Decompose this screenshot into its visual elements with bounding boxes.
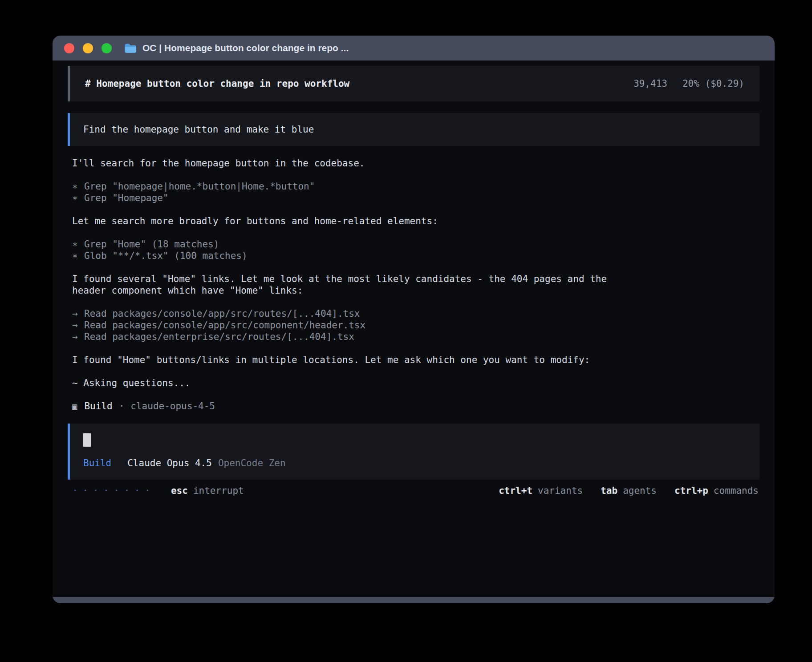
- arrow-right-icon: →: [72, 308, 84, 319]
- agent-name: Build: [84, 400, 112, 412]
- assistant-text: I found "Home" buttons/links in multiple…: [72, 354, 624, 366]
- tool-call-group: ∗ Grep "homepage|home.*button|Home.*butt…: [72, 181, 759, 204]
- interrupt-label: interrupt: [193, 485, 244, 496]
- tool-call-label: Read packages/console/app/src/routes/[..…: [84, 308, 360, 319]
- session-header: # Homepage button color change in repo w…: [68, 66, 759, 101]
- tool-call-group: → Read packages/console/app/src/routes/[…: [72, 308, 759, 343]
- agent-mode-label[interactable]: Build: [83, 457, 111, 469]
- tool-call-read[interactable]: → Read packages/enterprise/src/routes/[.…: [72, 331, 759, 343]
- session-stats: 39,413 20% ($0.29): [633, 78, 744, 89]
- zoom-button[interactable]: [102, 43, 112, 53]
- agent-attribution: ▣ Build · claude-opus-4-5: [72, 400, 759, 412]
- tool-call-group: ∗ Grep "Home" (18 matches) ∗ Glob "**/*.…: [72, 238, 759, 262]
- tool-call-glob[interactable]: ∗ Glob "**/*.tsx" (100 matches): [72, 250, 759, 262]
- minimize-button[interactable]: [83, 43, 93, 53]
- provider-label: OpenCode Zen: [218, 457, 286, 469]
- ctrl-t-key: ctrl+t: [499, 485, 532, 496]
- titlebar[interactable]: OC | Homepage button color change in rep…: [53, 36, 775, 61]
- terminal-window: OC | Homepage button color change in rep…: [53, 36, 775, 603]
- tool-run-icon: ∗: [72, 238, 84, 250]
- separator-dot: ·: [119, 400, 125, 412]
- tool-call-label: Glob "**/*.tsx" (100 matches): [84, 250, 248, 262]
- user-message-text: Find the homepage button and make it blu…: [83, 124, 314, 135]
- commands-label: commands: [714, 485, 759, 496]
- agents-label: agents: [623, 485, 657, 496]
- conversation-body: I'll search for the homepage button in t…: [68, 157, 759, 412]
- variants-label: variants: [538, 485, 583, 496]
- session-title: # Homepage button color change in repo w…: [85, 78, 349, 89]
- folder-icon: [124, 43, 136, 53]
- assistant-text: I'll search for the homepage button in t…: [72, 157, 624, 169]
- prompt-input[interactable]: Build Claude Opus 4.5 OpenCode Zen: [68, 424, 759, 480]
- user-message: Find the homepage button and make it blu…: [68, 113, 759, 146]
- tool-call-label: Grep "Home" (18 matches): [84, 238, 219, 250]
- traffic-lights: [64, 43, 112, 53]
- arrow-right-icon: →: [72, 331, 84, 343]
- tool-run-icon: ∗: [72, 250, 84, 262]
- agent-model: claude-opus-4-5: [130, 400, 215, 412]
- progress-dots: ········: [72, 485, 155, 496]
- input-meta: Build Claude Opus 4.5 OpenCode Zen: [83, 457, 746, 469]
- tool-run-icon: ∗: [72, 181, 84, 192]
- status-bar: ········ esc interrupt ctrl+t variants t…: [68, 485, 759, 496]
- tool-call-read[interactable]: → Read packages/console/app/src/routes/[…: [72, 308, 759, 319]
- tool-call-grep[interactable]: ∗ Grep "homepage|home.*button|Home.*butt…: [72, 181, 759, 192]
- close-button[interactable]: [64, 43, 74, 53]
- interrupt-shortcut[interactable]: esc interrupt: [171, 485, 244, 496]
- tool-call-label: Grep "homepage|home.*button|Home.*button…: [84, 181, 315, 192]
- context-usage: 20% ($0.29): [682, 78, 744, 89]
- tab-key: tab: [601, 485, 617, 496]
- esc-key: esc: [171, 485, 188, 496]
- tool-call-label: Grep "Homepage": [84, 192, 169, 204]
- assistant-text: I found several "Home" links. Let me loo…: [72, 273, 624, 296]
- terminal-content: # Homepage button color change in repo w…: [53, 61, 775, 597]
- arrow-right-icon: →: [72, 319, 84, 331]
- tool-call-read[interactable]: → Read packages/console/app/src/componen…: [72, 319, 759, 331]
- text-cursor: [83, 433, 91, 447]
- tool-call-label: Read packages/enterprise/src/routes/[...…: [84, 331, 354, 343]
- commands-shortcut[interactable]: ctrl+p commands: [674, 485, 759, 496]
- assistant-text: Let me search more broadly for buttons a…: [72, 215, 624, 227]
- ctrl-p-key: ctrl+p: [674, 485, 708, 496]
- tool-run-icon: ∗: [72, 192, 84, 204]
- status-text: ~ Asking questions...: [72, 377, 624, 389]
- variants-shortcut[interactable]: ctrl+t variants: [499, 485, 583, 496]
- window-title: OC | Homepage button color change in rep…: [142, 43, 349, 53]
- agents-shortcut[interactable]: tab agents: [601, 485, 657, 496]
- build-agent-icon: ▣: [72, 400, 77, 412]
- tool-call-grep[interactable]: ∗ Grep "Home" (18 matches): [72, 238, 759, 250]
- model-label[interactable]: Claude Opus 4.5: [127, 457, 212, 469]
- tool-call-label: Read packages/console/app/src/component/…: [84, 319, 365, 331]
- tool-call-grep[interactable]: ∗ Grep "Homepage": [72, 192, 759, 204]
- token-count: 39,413: [633, 78, 667, 89]
